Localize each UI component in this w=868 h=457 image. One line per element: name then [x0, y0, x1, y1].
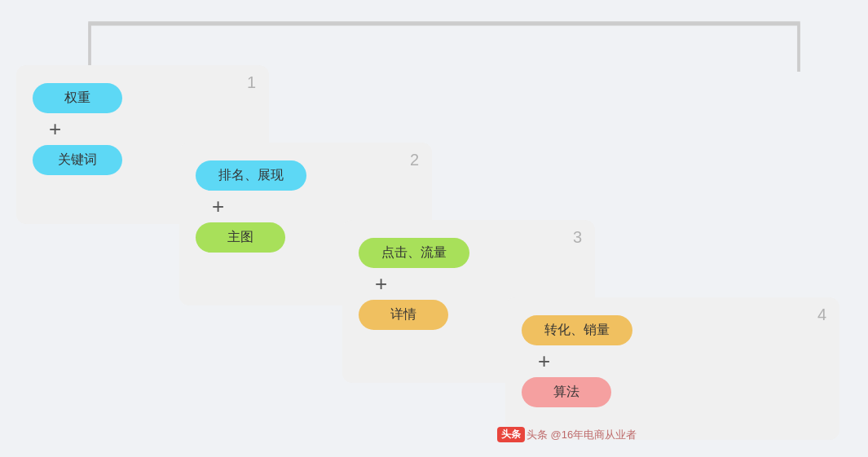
- card-3-plus: +: [375, 271, 387, 297]
- card-3-item-1: 点击、流量: [359, 238, 469, 268]
- watermark-icon: 头条: [497, 427, 525, 442]
- card-4-number: 4: [817, 305, 826, 324]
- card-1-number: 1: [247, 73, 256, 92]
- card-1-plus: +: [49, 116, 61, 142]
- card-4: 4 转化、销量 + 算法: [505, 297, 839, 440]
- card-2-plus: +: [212, 194, 224, 219]
- card-4-content: 转化、销量 + 算法: [522, 312, 823, 407]
- card-2-item-1: 排名、展现: [196, 160, 306, 191]
- card-3-item-3: 详情: [359, 300, 448, 330]
- diagram-container: 1 权重 + 关键词 = 2 排名、展现 + 主图 = 3 点击、流量 + 详情…: [0, 0, 868, 457]
- card-4-item-3: 算法: [522, 377, 611, 407]
- card-1-item-3: 关键词: [33, 145, 122, 175]
- card-4-plus: +: [538, 349, 550, 374]
- card-1-item-1: 权重: [33, 83, 122, 113]
- card-4-item-1: 转化、销量: [522, 315, 632, 345]
- card-3-number: 3: [573, 228, 582, 247]
- card-2-number: 2: [410, 151, 419, 169]
- card-2-item-3: 主图: [196, 222, 285, 253]
- watermark: 头条 头条 @16年电商从业者: [497, 427, 637, 442]
- watermark-text: 头条 @16年电商从业者: [527, 428, 637, 442]
